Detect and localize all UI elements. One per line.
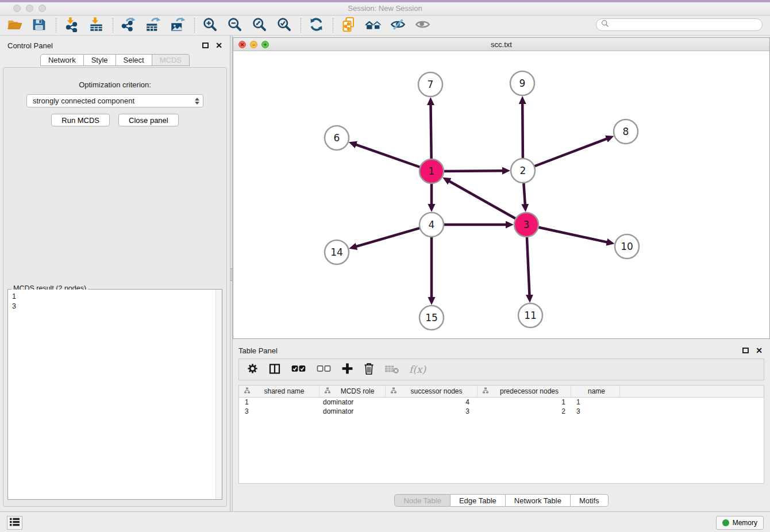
toolbar-separator xyxy=(194,18,195,33)
toolbar-icon-groups xyxy=(6,17,438,34)
save-session-button[interactable] xyxy=(30,17,48,34)
edge-3-11[interactable] xyxy=(527,237,530,295)
add-column-button[interactable] xyxy=(341,363,353,376)
delete-column-icon xyxy=(363,362,375,377)
search-input[interactable] xyxy=(612,20,762,30)
panel-split-grip[interactable] xyxy=(230,268,232,281)
network-close-button[interactable]: ✕ xyxy=(238,41,246,48)
first-neighbors-button[interactable] xyxy=(364,17,382,34)
network-canvas[interactable]: 7968124314101511 xyxy=(233,51,769,338)
tab-style[interactable]: Style xyxy=(84,54,116,66)
tab-edge-table[interactable]: Edge Table xyxy=(451,494,506,507)
column-header-predecessor-nodes[interactable]: predecessor nodes xyxy=(478,385,571,397)
show-all-button[interactable] xyxy=(414,17,431,34)
optimization-criterion-select[interactable]: strongly connected component xyxy=(26,94,203,107)
import-network-button[interactable] xyxy=(63,17,80,34)
show-panels-button[interactable] xyxy=(7,516,22,530)
function-builder-icon: f(x) xyxy=(409,364,426,375)
table-cell[interactable]: 2 xyxy=(478,407,571,415)
settings-gear-icon xyxy=(247,363,259,376)
table-row[interactable]: 1dominator411 xyxy=(239,398,764,407)
clone-network-button[interactable] xyxy=(340,17,357,34)
tab-network-table[interactable]: Network Table xyxy=(506,494,571,507)
network-minimize-button[interactable]: – xyxy=(250,41,257,48)
refresh-button[interactable] xyxy=(307,17,325,34)
zoom-out-icon xyxy=(227,17,242,34)
edge-2-8[interactable] xyxy=(534,138,607,166)
export-table-button[interactable] xyxy=(144,17,161,34)
column-label: MCDS role xyxy=(341,387,375,395)
close-panel-icon[interactable]: ✕ xyxy=(215,43,222,48)
split-panel-button[interactable] xyxy=(268,363,281,376)
table-cell[interactable]: dominator xyxy=(319,398,386,406)
export-image-button[interactable] xyxy=(169,17,186,34)
network-view-window: ✕ – + scc.txt 7968124314101511 xyxy=(233,37,770,339)
edge-1-6[interactable] xyxy=(356,145,420,167)
control-panel-title: Control Panel xyxy=(7,41,53,50)
tab-select[interactable]: Select xyxy=(116,54,152,66)
edge-2-3[interactable] xyxy=(523,183,525,205)
edge-4-14[interactable] xyxy=(356,228,420,246)
table-row[interactable]: 3dominator323 xyxy=(239,407,764,416)
hide-selected-button[interactable] xyxy=(389,17,406,34)
float-table-panel-icon[interactable] xyxy=(742,348,749,353)
table-cell[interactable]: 3 xyxy=(386,407,478,415)
table-cell[interactable]: 3 xyxy=(571,407,620,415)
control-panel: Control Panel ✕ NetworkStyleSelectMCDS O… xyxy=(0,36,230,511)
column-header-MCDS-role[interactable]: MCDS role xyxy=(319,385,386,397)
settings-gear-button[interactable] xyxy=(247,363,259,376)
edge-1-2[interactable] xyxy=(444,171,503,171)
clear-table-button xyxy=(384,364,399,376)
tab-motifs[interactable]: Motifs xyxy=(571,494,609,507)
table-cell[interactable]: 1 xyxy=(239,398,319,406)
edge-3-10[interactable] xyxy=(538,228,607,242)
export-network-button[interactable] xyxy=(120,17,137,34)
table-cell[interactable]: dominator xyxy=(319,407,386,415)
edge-3-1[interactable] xyxy=(449,181,516,219)
open-session-button[interactable] xyxy=(6,17,23,34)
network-maximize-button[interactable]: + xyxy=(261,41,269,48)
column-label: predecessor nodes xyxy=(500,387,559,395)
edge-1-7[interactable] xyxy=(431,105,432,159)
close-table-panel-icon[interactable]: ✕ xyxy=(756,348,763,353)
zoom-in-button[interactable] xyxy=(201,17,218,34)
memory-button[interactable]: Memory xyxy=(716,516,764,530)
tree-icon xyxy=(482,387,489,396)
node-label-15: 15 xyxy=(425,312,438,323)
mcds-result-scrollbar[interactable] xyxy=(215,290,222,499)
node-label-4: 4 xyxy=(429,219,435,230)
zoom-selected-icon xyxy=(276,17,292,34)
delete-column-button[interactable] xyxy=(363,362,375,377)
search-box[interactable] xyxy=(596,18,763,31)
mcds-result-area[interactable]: 1 3 xyxy=(8,290,222,499)
node-label-8: 8 xyxy=(623,126,629,137)
node-label-3: 3 xyxy=(523,219,530,230)
zoom-out-button[interactable] xyxy=(226,17,243,34)
column-header-shared-name[interactable]: shared name xyxy=(239,385,319,397)
node-label-7: 7 xyxy=(428,79,434,90)
select-all-button[interactable] xyxy=(291,364,306,375)
close-panel-button[interactable]: Close panel xyxy=(118,114,179,126)
table-cell[interactable]: 1 xyxy=(571,398,620,406)
split-panel-icon xyxy=(268,363,281,376)
table-cell[interactable]: 1 xyxy=(478,398,571,406)
network-window-titlebar[interactable]: ✕ – + scc.txt xyxy=(233,38,769,51)
edge-2-9[interactable] xyxy=(522,103,523,159)
export-image-icon xyxy=(170,17,186,34)
deselect-all-button[interactable] xyxy=(316,364,332,375)
column-header-successor-nodes[interactable]: successor nodes xyxy=(386,385,478,397)
table-cell[interactable]: 4 xyxy=(386,398,478,406)
network-graph[interactable]: 7968124314101511 xyxy=(233,51,769,338)
tab-mcds[interactable]: MCDS xyxy=(152,54,190,66)
table-cell[interactable]: 3 xyxy=(239,407,319,415)
run-mcds-button[interactable]: Run MCDS xyxy=(51,114,110,126)
zoom-fit-button[interactable] xyxy=(251,17,268,34)
tab-network[interactable]: Network xyxy=(40,54,84,66)
import-table-button[interactable] xyxy=(87,17,105,34)
tab-node-table[interactable]: Node Table xyxy=(394,494,451,507)
mcds-result-group: MCDS result (2 nodes) 1 3 xyxy=(7,289,222,500)
float-panel-icon[interactable] xyxy=(202,43,209,48)
column-header-name[interactable]: name xyxy=(571,385,620,397)
zoom-selected-button[interactable] xyxy=(275,17,292,34)
window-title: Session: New Session xyxy=(0,4,770,13)
